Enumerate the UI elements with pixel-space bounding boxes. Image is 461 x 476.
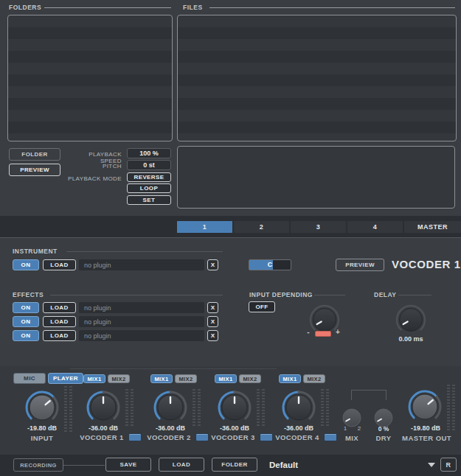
preset-selector[interactable]: Default [269,458,435,472]
instrument-channel-slider-label: C [249,260,291,270]
effect-2-on-button[interactable]: ON [13,316,39,327]
effect-2-load-button[interactable]: LOAD [43,316,76,327]
effect-1-load-button[interactable]: LOAD [43,302,76,313]
vocoder-2-channel-label: VOCODER 2 [147,433,191,441]
effect-3-plugin-field[interactable]: no plugin [79,330,204,341]
vocoder-4-knob[interactable] [280,389,317,426]
footer-connector-line [63,465,105,466]
delay-value: 0.00 ms [389,335,433,343]
playback-speed-value[interactable]: 100 % [127,148,171,158]
effect-3-on-button[interactable]: ON [13,330,39,341]
vocoder-1-mix2-button[interactable]: MIX2 [108,374,130,383]
vocoder-2-mix2-button[interactable]: MIX2 [175,374,197,383]
instrument-plugin-field[interactable]: no plugin [79,259,204,270]
delay-knob[interactable] [394,303,428,337]
delay-section-label: DELAY [374,291,397,298]
vocoder-1-level-meter [125,389,134,427]
folder-save-button[interactable]: FOLDER [212,458,257,472]
instrument-channel-slider[interactable]: C [249,259,291,270]
tab-3[interactable]: 3 [291,221,346,233]
files-list[interactable] [177,15,457,141]
delay-header-line [398,295,431,295]
vocoder-3-gain-value: -36.00 dB [209,424,260,432]
pitch-label: PITCH [66,163,122,169]
tab-1[interactable]: 1 [177,221,232,233]
instrument-load-button[interactable]: LOAD [43,259,76,270]
input-depending-off-button[interactable]: OFF [249,301,275,312]
vocoder-1-mix1-button[interactable]: MIX1 [83,374,105,383]
master-knob[interactable] [406,388,443,425]
effect-2-remove-button[interactable]: X [207,316,218,327]
load-button[interactable]: LOAD [159,458,204,472]
input-knob[interactable] [24,389,60,426]
player-button[interactable]: PLAYER [48,373,83,384]
instrument-preview-button[interactable]: PREVIEW [336,259,384,271]
vocoder-4-channel-label: VOCODER 4 [275,433,319,441]
effect-3-load-button[interactable]: LOAD [43,330,76,341]
master-gain-value: -19.80 dB [400,424,451,432]
vocoder-1-channel: MIX1 MIX2 -36.00 dB VOCODER 1 [79,370,145,451]
files-section-label: FILES [183,4,203,11]
vocoder-4-mix2-button[interactable]: MIX2 [303,374,325,383]
playback-mode-label: PLAYBACK MODE [66,175,122,182]
vocoder-2-level-meter [193,389,201,427]
input-channel-label: INPUT [16,434,68,442]
footer-bar: RECORDING SAVE LOAD FOLDER Default R [0,455,461,476]
pitch-value[interactable]: 0 st [127,160,171,170]
vocoder-4-led-button[interactable] [324,433,337,441]
mic-button[interactable]: MIC [13,373,46,384]
tab-strip: 1 2 3 4 MASTER [0,216,461,237]
mixer-header-line [70,368,277,369]
instrument-remove-button[interactable]: X [207,259,218,270]
effects-section-label: EFFECTS [13,291,44,298]
tab-divider [0,237,461,238]
mix-label: MIX [337,434,367,442]
vocoder-1-knob[interactable] [85,389,122,426]
vocoder-2-gain-value: -36.00 dB [145,424,196,432]
mix-left-label: 1 [342,425,349,432]
tab-2[interactable]: 2 [234,221,289,233]
folders-list[interactable] [7,15,173,141]
depth-minus-label: - [304,328,313,336]
input-gain-value: -19.80 dB [16,424,68,432]
reset-button[interactable]: R [440,458,457,472]
depth-plus-label: + [333,328,342,336]
effect-1-on-button[interactable]: ON [13,302,39,313]
folder-button[interactable]: FOLDER [9,148,60,161]
vocoder-4-mix1-button[interactable]: MIX1 [279,374,301,383]
vocoder-3-mix2-button[interactable]: MIX2 [239,374,261,383]
instrument-section-label: INSTRUMENT [13,248,58,255]
vocoder-3-mix1-button[interactable]: MIX1 [215,374,237,383]
vocoder-3-channel-label: VOCODER 3 [211,433,255,441]
mixer-section: MIC PLAYER -19.80 dB INPUT MIX1 MIX2 -36… [0,366,461,455]
files-header-line [209,7,455,8]
vocoder-1-gain-value: -36.00 dB [77,424,129,432]
reverse-button[interactable]: REVERSE [127,172,171,182]
recording-button[interactable]: RECORDING [13,458,63,472]
instrument-on-button[interactable]: ON [13,259,39,270]
vocoder-2-mix1-button[interactable]: MIX1 [150,374,173,383]
effect-1-plugin-field[interactable]: no plugin [79,302,204,313]
page-title: VOCODER 1 [392,258,461,270]
save-button[interactable]: SAVE [105,458,151,472]
master-channel-label: MASTER OUT [392,434,461,442]
depth-slider[interactable] [315,331,331,337]
set-button[interactable]: SET [127,195,171,205]
input-depending-section-label: INPUT DEPENDING [249,291,313,298]
tab-master[interactable]: MASTER [404,221,461,233]
vocoder-3-knob[interactable] [216,389,253,426]
input-depending-header-line [314,295,345,295]
vocoder-4-gain-value: -36.00 dB [273,424,325,432]
preview-button[interactable]: PREVIEW [9,164,60,176]
vocoder-4-label-row: VOCODER 4 [266,433,347,441]
effects-header-line [50,295,223,295]
effect-2-plugin-field[interactable]: no plugin [79,316,204,327]
vocoder-2-knob[interactable] [152,389,189,426]
waveform-display[interactable] [177,146,455,209]
loop-button[interactable]: LOOP [127,183,171,193]
effect-1-remove-button[interactable]: X [207,302,218,313]
tab-4[interactable]: 4 [347,221,403,233]
effect-3-remove-button[interactable]: X [207,330,218,341]
preset-name: Default [269,461,298,469]
master-channel: -19.80 dB MASTER OUT [392,370,461,451]
